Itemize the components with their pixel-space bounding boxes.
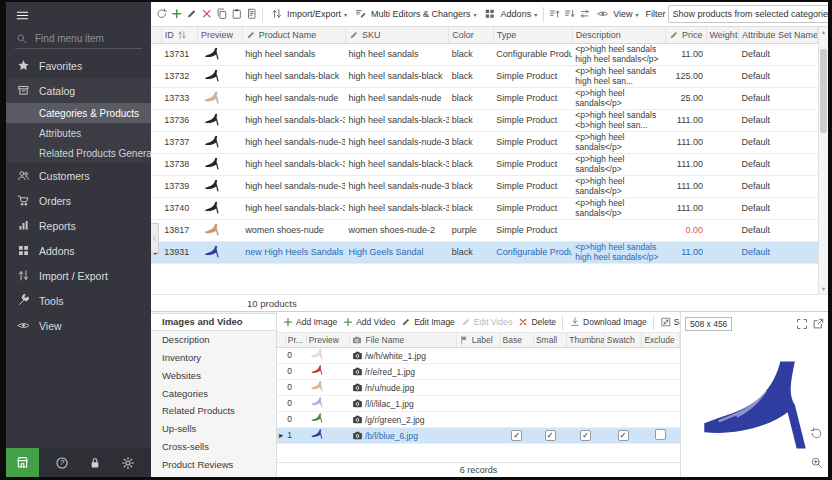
sidebar-item-catalog[interactable]: Catalog <box>6 78 151 103</box>
swatch-checkbox[interactable]: ✓ <box>618 430 629 441</box>
scrollbar-thumb[interactable] <box>820 49 827 133</box>
transfer-icon[interactable] <box>577 7 592 22</box>
sidebar-item-categories-products[interactable]: Categories & Products <box>6 103 151 123</box>
image-column-preview[interactable]: Preview <box>306 333 350 347</box>
add-product-icon[interactable] <box>169 7 184 22</box>
edit-product-icon[interactable] <box>184 7 199 22</box>
tab-categories[interactable]: Categories <box>151 384 276 402</box>
menu-icon[interactable] <box>15 8 30 23</box>
image-row-2[interactable]: 0/n/u/nude.jpg <box>277 379 680 395</box>
sidebar-item-import-export[interactable]: Import / Export <box>6 263 151 288</box>
image-row-1[interactable]: 0/r/e/red_1.jpg <box>277 363 680 379</box>
rotate-icon[interactable] <box>810 427 823 440</box>
tab-inventory[interactable]: Inventory <box>151 349 276 367</box>
sidebar-collapse-handle[interactable] <box>151 223 159 253</box>
set-resize-rule-button[interactable]: Set Resize Rule <box>658 316 680 328</box>
product-row-13733[interactable]: 13733high heel sandals-nudehigh heel san… <box>151 87 818 109</box>
sidebar-item-attributes[interactable]: Attributes <box>6 123 151 143</box>
sidebar-item-tools[interactable]: Tools <box>6 288 151 313</box>
image-column-base[interactable]: Base <box>500 333 533 347</box>
column-header-description[interactable]: Description <box>572 27 665 43</box>
sort-ascending-icon[interactable] <box>547 7 562 22</box>
sidebar-item-reports[interactable]: Reports <box>6 213 151 238</box>
add-image-button[interactable]: Add Image <box>280 316 339 328</box>
tab-images-and-video[interactable]: Images and Video <box>151 313 276 331</box>
image-column-file-name[interactable]: File Name <box>350 333 456 347</box>
sidebar-item-view[interactable]: View <box>6 313 151 338</box>
column-header-product-name[interactable]: Product Name <box>242 27 345 43</box>
tab-up-sells[interactable]: Up-sells <box>151 420 276 438</box>
delete-product-icon[interactable] <box>199 7 214 22</box>
image-row-3[interactable]: 0/l/i/lilac_1.jpg <box>277 395 680 411</box>
image-column-label[interactable]: Label <box>456 333 500 347</box>
column-header-price[interactable]: Price <box>666 27 707 43</box>
sidebar-item-related-products-generator[interactable]: Related Products Generator <box>6 143 151 163</box>
column-header-attribute-set-name[interactable]: Attribute Set Name <box>738 27 817 43</box>
sort-descending-icon[interactable] <box>562 7 577 22</box>
edit-video-button[interactable]: Edit Video <box>458 316 515 328</box>
addons-menu[interactable]: Addons ▾ <box>480 7 541 22</box>
image-column-exclude[interactable]: Exclude <box>642 333 680 347</box>
product-row-13931[interactable]: ▸13931new High Heels SandalsHigh Geels S… <box>151 241 818 263</box>
scroll-up-arrow[interactable]: ▲ <box>819 27 828 37</box>
image-column-pr[interactable]: Pr... <box>285 333 306 347</box>
product-row-13740[interactable]: 13740high heel sandals-black-38high heel… <box>151 197 818 219</box>
sidebar-item-favorites[interactable]: Favorites <box>6 53 151 78</box>
image-row-0[interactable]: 0/w/h/white_1.jpg <box>277 347 680 363</box>
scroll-down-arrow[interactable]: ▼ <box>819 284 828 294</box>
tab-description[interactable]: Description <box>151 331 276 349</box>
thumbnail-checkbox[interactable]: ✓ <box>580 430 591 441</box>
tab-cross-sells[interactable]: Cross-sells <box>151 438 276 456</box>
add-video-button[interactable]: Add Video <box>340 316 397 328</box>
sidebar-search[interactable] <box>15 29 142 49</box>
image-column-thumbna[interactable]: Thumbna <box>567 333 605 347</box>
open-external-icon[interactable] <box>812 318 824 330</box>
image-row-5[interactable]: ▸1/b/l/blue_6.jpg✓✓✓✓ <box>277 427 680 443</box>
view-menu[interactable]: View ▾ <box>592 7 641 22</box>
paste-icon[interactable] <box>229 7 244 22</box>
grid-scrollbar[interactable]: ▲ ▼ <box>818 27 828 294</box>
settings-icon[interactable] <box>121 456 135 470</box>
exclude-checkbox[interactable] <box>655 429 666 440</box>
category-filter-select[interactable]: Show products from selected categories ▾ <box>668 5 828 23</box>
image-column-small[interactable]: Small <box>533 333 566 347</box>
refresh-icon[interactable] <box>154 7 169 22</box>
column-header-weight[interactable]: Weight <box>706 27 738 43</box>
base-checkbox[interactable]: ✓ <box>511 430 522 441</box>
sidebar-item-addons[interactable]: Addons <box>6 238 151 263</box>
image-row-4[interactable]: 0/g/r/green_2.jpg <box>277 411 680 427</box>
download-image-button[interactable]: Download Image <box>567 316 649 328</box>
column-header-sku[interactable]: SKU <box>345 27 448 43</box>
product-row-13739[interactable]: 13739high heel sandals-nude-37high heel … <box>151 175 818 197</box>
help-icon[interactable]: ? <box>55 456 69 470</box>
product-row-13738[interactable]: 13738high heel sandals-black-37high heel… <box>151 153 818 175</box>
import-export-menu[interactable]: Import/Export ▾ <box>266 7 350 22</box>
menu-search-input[interactable] <box>33 32 141 45</box>
column-header-preview[interactable]: Preview <box>198 27 243 43</box>
lock-icon[interactable] <box>88 456 102 470</box>
product-row-13736[interactable]: 13736high heel sandals-black-36high heel… <box>151 109 818 131</box>
copy-icon[interactable] <box>214 7 229 22</box>
column-header-color[interactable]: Color <box>449 27 494 43</box>
column-header-id[interactable]: ID <box>161 27 197 43</box>
multi-editors-menu[interactable]: Multi Editors & Changers ▾ <box>350 7 480 22</box>
product-row-13817[interactable]: 13817women shoes-nudewomen shoes-nude-2p… <box>151 219 818 241</box>
product-row-13737[interactable]: 13737high heel sandals-nude-36high heel … <box>151 131 818 153</box>
product-row-13731[interactable]: 13731high heel sandalshigh heel sandalsb… <box>151 43 818 65</box>
sidebar-item-orders[interactable]: Orders <box>6 188 151 213</box>
delete-button[interactable]: Delete <box>515 316 558 328</box>
edit-image-button[interactable]: Edit Image <box>398 316 457 328</box>
tab-websites[interactable]: Websites <box>151 366 276 384</box>
small-checkbox[interactable]: ✓ <box>545 430 556 441</box>
duplicate-icon[interactable] <box>244 7 259 22</box>
product-row-13732[interactable]: 13732high heel sandals-blackhigh heel sa… <box>151 65 818 87</box>
zoom-icon[interactable] <box>810 456 823 469</box>
tab-related-products[interactable]: Related Products <box>151 402 276 420</box>
fullscreen-icon[interactable] <box>796 318 808 330</box>
column-header-type[interactable]: Type <box>493 27 572 43</box>
sidebar-item-customers[interactable]: Customers <box>6 163 151 188</box>
store-button[interactable] <box>6 448 39 477</box>
tab-product-reviews[interactable]: Product Reviews <box>151 455 276 473</box>
cell-description: <p>high heel sandals</p> <box>572 197 665 219</box>
image-column-swatch[interactable]: Swatch <box>604 333 642 347</box>
